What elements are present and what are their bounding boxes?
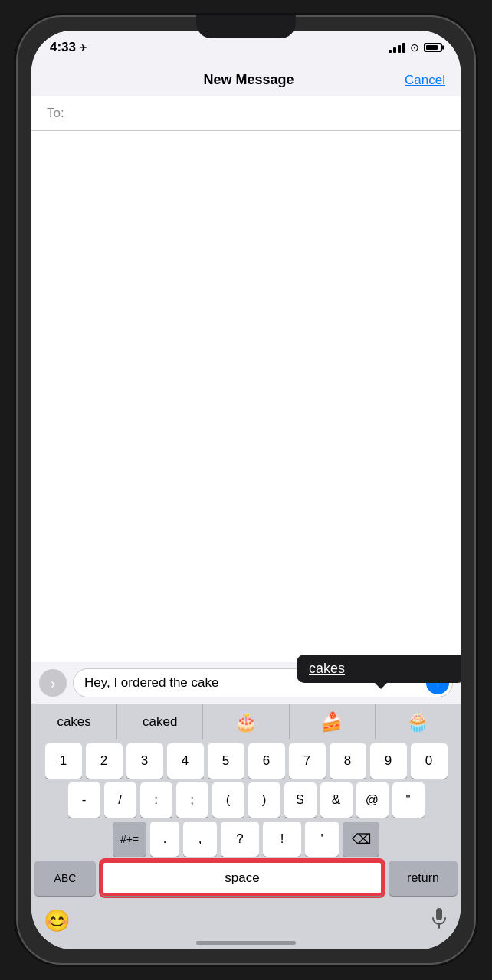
- predictive-item-emoji2[interactable]: 🍰: [290, 704, 376, 739]
- predictive-item-emoji3[interactable]: 🧁: [376, 704, 461, 739]
- key-at[interactable]: @: [356, 782, 389, 818]
- autocomplete-tooltip[interactable]: cakes: [297, 655, 461, 683]
- location-icon: ✈︎: [79, 42, 87, 54]
- to-field: To:: [31, 96, 461, 131]
- key-dollar[interactable]: $: [284, 782, 317, 818]
- predictive-bar: cakes caked 🎂 🍰 🧁: [31, 704, 461, 739]
- key-dash[interactable]: -: [68, 782, 100, 818]
- wifi-icon: ⊙: [410, 41, 419, 54]
- key-3[interactable]: 3: [126, 743, 163, 779]
- key-9[interactable]: 9: [370, 743, 407, 779]
- phone-frame: 4:33 ✈︎ ⊙: [16, 15, 476, 965]
- app-header: New Message Cancel: [31, 64, 461, 96]
- notch: [196, 15, 296, 38]
- signal-bars: [389, 43, 405, 53]
- key-semicolon[interactable]: ;: [176, 782, 208, 818]
- apps-button[interactable]: ›: [39, 669, 67, 697]
- key-quote[interactable]: ": [392, 782, 425, 818]
- mic-button[interactable]: [430, 907, 448, 934]
- keyboard-row-bottom: ABC space return: [34, 861, 458, 896]
- key-7[interactable]: 7: [289, 743, 326, 779]
- abc-button[interactable]: ABC: [34, 861, 96, 896]
- keyboard: 1 2 3 4 5 6 7 8 9 0 - / : ; (: [31, 739, 461, 903]
- space-button[interactable]: space: [101, 861, 383, 896]
- compose-area: [31, 131, 461, 662]
- key-period[interactable]: .: [150, 822, 179, 857]
- to-label: To:: [47, 106, 64, 121]
- key-8[interactable]: 8: [330, 743, 366, 779]
- status-time: 4:33: [50, 40, 76, 55]
- svg-rect-0: [436, 908, 442, 920]
- status-icons: ⊙: [389, 41, 442, 54]
- key-ampersand[interactable]: &: [320, 782, 353, 818]
- battery-tip: [442, 46, 444, 50]
- predictive-item-emoji1[interactable]: 🎂: [203, 704, 289, 739]
- key-colon[interactable]: :: [140, 782, 172, 818]
- input-container: cakes › ↑: [31, 662, 461, 704]
- home-indicator: [196, 941, 296, 945]
- key-4[interactable]: 4: [167, 743, 204, 779]
- key-close-paren[interactable]: ): [248, 782, 280, 818]
- keyboard-row-special: #+= . , ? ! ' ⌫: [34, 822, 458, 857]
- key-0[interactable]: 0: [411, 743, 448, 779]
- predictive-item-caked[interactable]: caked: [117, 704, 203, 739]
- battery-icon: [424, 43, 442, 52]
- cancel-button[interactable]: Cancel: [405, 73, 445, 88]
- emoji-button[interactable]: 😊: [44, 908, 71, 933]
- key-comma[interactable]: ,: [183, 822, 217, 857]
- key-question[interactable]: ?: [221, 822, 259, 857]
- predictive-item-cakes[interactable]: cakes: [31, 704, 117, 739]
- return-button[interactable]: return: [389, 861, 458, 896]
- key-5[interactable]: 5: [208, 743, 244, 779]
- key-apostrophe[interactable]: ': [305, 822, 339, 857]
- key-2[interactable]: 2: [86, 743, 123, 779]
- key-exclamation[interactable]: !: [263, 822, 301, 857]
- header-title: New Message: [93, 72, 405, 88]
- key-6[interactable]: 6: [248, 743, 285, 779]
- phone-inner: 4:33 ✈︎ ⊙: [31, 31, 461, 949]
- key-slash[interactable]: /: [104, 782, 136, 818]
- keyboard-row-numbers: 1 2 3 4 5 6 7 8 9 0: [34, 743, 458, 779]
- delete-button[interactable]: ⌫: [343, 822, 379, 857]
- delete-icon: ⌫: [352, 831, 371, 848]
- autocomplete-word: cakes: [309, 661, 345, 676]
- key-hashtag-special[interactable]: #+=: [113, 822, 146, 857]
- key-1[interactable]: 1: [45, 743, 82, 779]
- apps-chevron-icon: ›: [51, 675, 56, 692]
- keyboard-row-symbols: - / : ; ( ) $ & @ ": [34, 782, 458, 818]
- key-open-paren[interactable]: (: [212, 782, 244, 818]
- screen: 4:33 ✈︎ ⊙: [31, 31, 461, 949]
- battery-fill: [426, 45, 438, 50]
